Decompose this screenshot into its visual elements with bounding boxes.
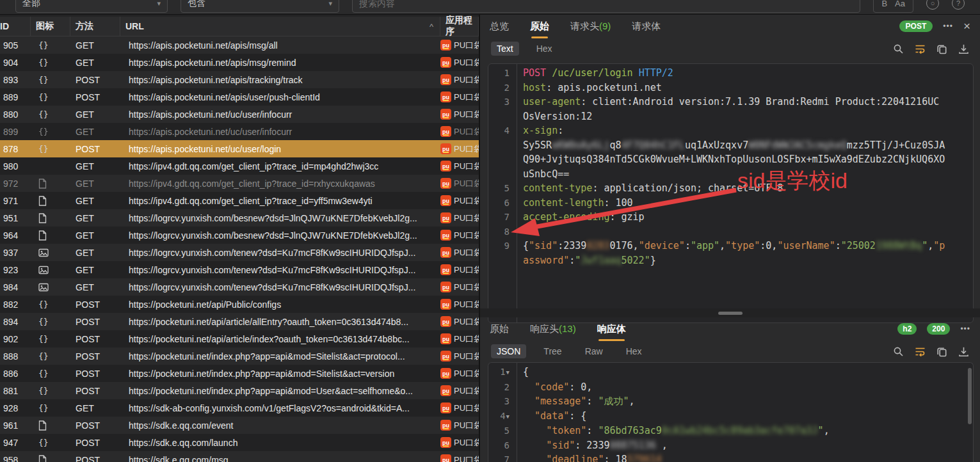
code-line: 4▼ "data": { bbox=[488, 409, 973, 424]
app-label: PU口袋校园 bbox=[454, 282, 479, 293]
table-row[interactable]: 971GEThttps://ipv4.gdt.qq.com/get_client… bbox=[0, 192, 479, 209]
app-icon: pu bbox=[440, 126, 451, 137]
view-tab-raw[interactable]: Raw bbox=[579, 344, 609, 358]
table-row[interactable]: 905{}GEThttps://apis.pocketuni.net/apis/… bbox=[0, 36, 479, 54]
table-row[interactable]: 889{}POSThttps://apis.pocketuni.net/apis… bbox=[0, 88, 479, 106]
app-label: PU口袋校园 bbox=[454, 402, 479, 414]
app-label: PU口袋校园 bbox=[454, 333, 479, 345]
table-row[interactable]: 888{}POSThttps://pocketuni.net/index.php… bbox=[0, 347, 479, 365]
row-id: 904 bbox=[0, 58, 31, 68]
status-badge: 200 bbox=[927, 323, 950, 335]
table-row[interactable]: 902{}POSThttps://pocketuni.net/api/artic… bbox=[0, 330, 479, 347]
view-tab-tree[interactable]: Tree bbox=[538, 344, 567, 358]
table-row[interactable]: 972GEThttps://ipv4.gdt.qq.com/get_client… bbox=[0, 175, 479, 192]
row-id: 947 bbox=[0, 438, 31, 448]
line-number[interactable]: 4▼ bbox=[488, 409, 517, 424]
tab-response-body[interactable]: 响应体 bbox=[597, 323, 626, 335]
row-method: GET bbox=[70, 282, 120, 292]
json-icon: {} bbox=[38, 403, 49, 413]
word-wrap-icon[interactable] bbox=[915, 346, 926, 357]
scope-select[interactable]: 全部 ▾ bbox=[15, 0, 168, 13]
tab-request-body[interactable]: 请求体 bbox=[632, 20, 661, 33]
header-cell-url[interactable]: URL ^ bbox=[120, 17, 440, 36]
json-icon: {} bbox=[38, 75, 49, 84]
row-url: https://pocketuni.net/api/article/index?… bbox=[120, 334, 440, 344]
header-cell-app[interactable]: 应用程序 bbox=[440, 17, 479, 36]
app-label: PU口袋校园 bbox=[454, 420, 479, 431]
header-cell-method[interactable]: 方法 bbox=[70, 17, 120, 36]
table-row[interactable]: 937GEThttps://logrcv.yunxish.com/tenew?d… bbox=[0, 244, 479, 261]
close-icon[interactable]: × bbox=[963, 19, 970, 33]
row-url: https://apis.pocketuni.net/apis/tracking… bbox=[120, 75, 440, 85]
row-method: GET bbox=[70, 265, 120, 275]
tab-overview[interactable]: 总览 bbox=[490, 20, 509, 33]
table-row[interactable]: 947{}POSThttps://sdk.e.qq.com/launchpuPU… bbox=[0, 434, 479, 451]
copy-icon[interactable] bbox=[936, 346, 947, 357]
help-icon[interactable]: ? bbox=[952, 0, 965, 10]
row-url: https://sdk.e.qq.com/event bbox=[120, 420, 440, 431]
table-row[interactable]: 958POSThttps://sdk.e.qq.com/msgpuPU口袋校园 bbox=[0, 451, 479, 462]
redacted-text: Jwf1aaq bbox=[581, 255, 621, 266]
row-url: https://sdk-ab-config.yunxish.com/v1/get… bbox=[120, 403, 440, 413]
header-cell-icon[interactable]: 图标 bbox=[31, 17, 70, 36]
table-row[interactable]: 904{}GEThttps://apis.pocketuni.net/apis/… bbox=[0, 54, 479, 71]
view-tab-hex[interactable]: Hex bbox=[531, 42, 558, 56]
line-number: 7 bbox=[488, 452, 517, 462]
table-row[interactable]: 886{}POSThttps://pocketuni.net/index.php… bbox=[0, 365, 479, 382]
row-method: GET bbox=[70, 403, 120, 413]
table-row[interactable]: 880{}GEThttps://apis.pocketuni.net/uc/us… bbox=[0, 106, 479, 123]
search-icon[interactable] bbox=[893, 44, 904, 54]
request-raw-view: 1POST /uc/user/login HTTP/22host: apis.p… bbox=[488, 63, 974, 323]
line-number: 2 bbox=[488, 380, 517, 395]
table-row[interactable]: 923GEThttps://logrcv.yunxish.com/tenew?d… bbox=[0, 261, 479, 278]
word-wrap-icon[interactable] bbox=[915, 44, 926, 54]
clear-filter-icon[interactable]: ○ bbox=[926, 0, 939, 10]
match-mode-select[interactable]: 包含 ▾ bbox=[181, 0, 339, 13]
table-row[interactable]: 894{}POSThttps://pocketuni.net/api/artic… bbox=[0, 313, 479, 330]
protocol-badge: h2 bbox=[897, 323, 917, 335]
table-row[interactable]: 980GEThttps://ipv4.gdt.qq.com/get_client… bbox=[0, 157, 479, 175]
more-options-icon[interactable]: ••• bbox=[960, 324, 970, 333]
line-number[interactable]: 1▼ bbox=[488, 365, 517, 380]
response-tabs-bar: 原始 响应头(13) 响应体 h2 200 ••• bbox=[480, 317, 980, 340]
app-label: PU口袋校园 bbox=[454, 161, 479, 172]
table-row[interactable]: 961POSThttps://sdk.e.qq.com/eventpuPU口袋校… bbox=[0, 417, 479, 434]
match-word-icon[interactable]: B bbox=[881, 0, 887, 8]
tab-request-raw[interactable]: 原始 bbox=[530, 20, 549, 33]
view-tab-json[interactable]: JSON bbox=[491, 344, 526, 358]
scope-select-value: 全部 bbox=[22, 0, 40, 9]
table-row[interactable]: 882{}POSThttps://pocketuni.net/api/Publi… bbox=[0, 296, 479, 313]
code-line: 1POST /uc/user/login HTTP/2 bbox=[488, 66, 973, 81]
download-icon[interactable] bbox=[958, 346, 969, 357]
line-number: 2 bbox=[488, 81, 517, 95]
table-row[interactable]: 964GEThttps://logrcv.yunxish.com/besnew?… bbox=[0, 227, 479, 244]
search-input[interactable] bbox=[352, 0, 860, 13]
app-label: PU口袋校园 bbox=[454, 195, 479, 207]
code-line: 2host: apis.pocketuni.net bbox=[488, 81, 973, 95]
code-line: 3 "message": "成功", bbox=[488, 394, 973, 409]
scrollbar-thumb[interactable] bbox=[968, 368, 972, 424]
table-row[interactable]: 928{}GEThttps://sdk-ab-config.yunxish.co… bbox=[0, 399, 479, 417]
code-line: 6content-length: 100 bbox=[488, 196, 973, 211]
tab-request-headers[interactable]: 请求头(9) bbox=[570, 20, 611, 33]
splitter-handle[interactable] bbox=[718, 312, 743, 315]
tab-response-headers[interactable]: 响应头(13) bbox=[530, 323, 576, 335]
download-icon[interactable] bbox=[958, 44, 969, 54]
view-tab-text[interactable]: Text bbox=[491, 42, 519, 56]
table-row[interactable]: 878{}POSThttps://apis.pocketuni.net/uc/u… bbox=[0, 140, 479, 157]
copy-icon[interactable] bbox=[936, 44, 947, 54]
table-row[interactable]: 893{}POSThttps://apis.pocketuni.net/apis… bbox=[0, 71, 479, 88]
table-row[interactable]: 899{}GEThttps://apis.pocketuni.net/uc/us… bbox=[0, 123, 479, 140]
table-row[interactable]: 881{}POSThttps://pocketuni.net/index.php… bbox=[0, 382, 479, 399]
code-line: 5content-type: application/json; charset… bbox=[488, 181, 973, 196]
view-tab-hex[interactable]: Hex bbox=[620, 344, 648, 358]
header-cell-id[interactable]: ID bbox=[0, 17, 31, 36]
search-icon[interactable] bbox=[893, 346, 904, 357]
more-options-icon[interactable]: ••• bbox=[943, 22, 953, 31]
table-row[interactable]: 951GEThttps://logrcv.yunxish.com/besnew?… bbox=[0, 209, 479, 227]
json-icon: {} bbox=[38, 438, 49, 447]
row-id: 964 bbox=[0, 230, 31, 241]
tab-response-raw[interactable]: 原始 bbox=[490, 323, 509, 335]
match-case-icon[interactable]: Aa bbox=[895, 0, 905, 8]
table-row[interactable]: 984GEThttps://logrcv.yunxish.com/tenew?d… bbox=[0, 278, 479, 296]
